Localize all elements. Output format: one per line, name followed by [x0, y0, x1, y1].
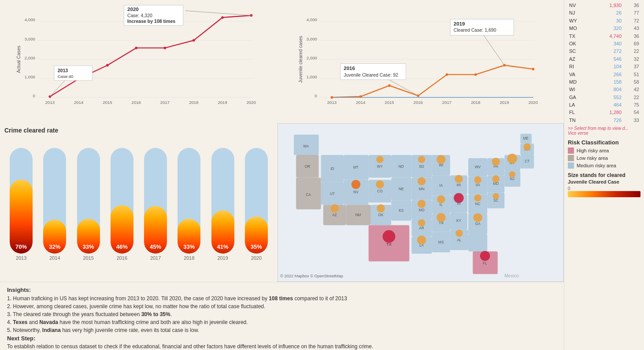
- svg-text:CT: CT: [525, 159, 529, 163]
- state-row-ga[interactable]: GA 552 22: [568, 94, 640, 101]
- svg-text:1,000: 1,000: [25, 74, 35, 79]
- thermo-pct-2017: 45%: [150, 243, 161, 250]
- state-row-tn[interactable]: TN 726 33: [568, 117, 640, 124]
- thermo-year-2017: 2017: [150, 255, 161, 261]
- svg-text:AR: AR: [419, 226, 424, 230]
- svg-point-101: [418, 200, 426, 208]
- svg-text:2020: 2020: [247, 100, 256, 105]
- state-name: NJ: [568, 9, 591, 17]
- legend-low-risk-label: Low risky area: [577, 155, 608, 161]
- state-val2: 51: [623, 71, 640, 78]
- insight-2: 2. However, among cleared cases, juvenil…: [7, 302, 557, 310]
- state-val2: 42: [623, 86, 640, 93]
- state-row-wi[interactable]: WI 804 42: [568, 86, 640, 93]
- svg-text:NE: NE: [399, 187, 404, 191]
- right-panel: NV 1,930 36 NJ 26 77 WY 30 72 MO 320 43 …: [564, 0, 644, 350]
- map-mexico-text: Mexico: [504, 273, 519, 278]
- svg-point-117: [455, 230, 463, 237]
- legend-high-risk-label: High risky area: [577, 148, 609, 153]
- state-row-nj[interactable]: NJ 26 77: [568, 9, 640, 17]
- svg-text:MO: MO: [418, 208, 424, 212]
- size-stands-title: Size stands for cleared: [568, 172, 640, 178]
- svg-point-114: [417, 236, 426, 245]
- state-val2: 69: [623, 40, 640, 48]
- thermo-year-2015: 2015: [83, 255, 93, 261]
- state-row-fl[interactable]: FL 1,280 54: [568, 109, 640, 116]
- state-val1: 1,280: [591, 109, 623, 116]
- svg-text:WY: WY: [377, 165, 383, 169]
- top-charts-row: Actual Cases 0 1,000 2,000 3,000 4,000: [0, 0, 564, 123]
- state-name: AZ: [568, 55, 591, 63]
- state-row-md[interactable]: MD 158 58: [568, 78, 640, 86]
- thermo-pct-2013: 70%: [15, 243, 27, 250]
- state-row-az[interactable]: AZ 546 32: [568, 55, 640, 63]
- thermo-pct-2020: 35%: [251, 243, 262, 250]
- svg-point-16: [221, 16, 224, 19]
- thermo-2018: 33% 2018: [178, 148, 200, 261]
- state-name: MD: [568, 78, 591, 86]
- svg-point-98: [437, 155, 446, 164]
- svg-text:IL: IL: [440, 203, 443, 207]
- svg-text:2013: 2013: [327, 100, 337, 105]
- state-row-va[interactable]: VA 266 51: [568, 71, 640, 78]
- svg-point-132: [507, 154, 517, 164]
- svg-text:Case: 4,320: Case: 4,320: [127, 13, 152, 18]
- thermo-body-2018: 33%: [178, 148, 200, 254]
- risk-classification-title: Risk Classification: [568, 139, 640, 146]
- next-step-text: To establish relation to census dataset …: [7, 343, 557, 350]
- thermo-body-2019: 41%: [211, 148, 234, 254]
- state-row-wy[interactable]: WY 30 72: [568, 17, 640, 25]
- svg-text:MS: MS: [438, 240, 444, 244]
- state-row-sc[interactable]: SC 272 22: [568, 48, 640, 55]
- svg-text:2014: 2014: [356, 100, 366, 105]
- state-row-nv[interactable]: NV 1,930 36: [568, 2, 640, 9]
- state-name: NV: [568, 2, 591, 9]
- thermo-body-2020: 35%: [245, 148, 268, 254]
- svg-text:2015: 2015: [385, 100, 394, 105]
- svg-point-130: [492, 175, 500, 182]
- state-row-ri[interactable]: RI 104 37: [568, 63, 640, 70]
- thermometer-section: Crime cleared rate 70% 2013: [0, 123, 278, 282]
- state-val1: 30: [591, 17, 623, 25]
- state-val1: 104: [591, 63, 623, 70]
- state-row-mo[interactable]: MO 320 43: [568, 25, 640, 32]
- state-val2: 72: [623, 17, 640, 25]
- svg-text:GA: GA: [475, 222, 481, 226]
- state-row-tx[interactable]: TX 4,740 36: [568, 33, 640, 40]
- crime-cleared-title: Crime cleared rate: [4, 127, 273, 134]
- gradient-bar: [568, 191, 640, 197]
- thermo-2013: 70% 2013: [10, 148, 33, 261]
- state-name: TN: [568, 117, 591, 124]
- state-val1: 26: [591, 9, 623, 17]
- insights-title: Insights:: [7, 287, 31, 293]
- thermo-body-2016: 46%: [111, 148, 133, 254]
- svg-text:4,000: 4,000: [25, 17, 35, 22]
- svg-point-47: [359, 95, 362, 98]
- risk-classification-section: Risk Classification High risky area Low …: [568, 139, 640, 169]
- thermo-2016: 46% 2016: [111, 148, 133, 261]
- svg-text:Juvenile cleared cases: Juvenile cleared cases: [298, 36, 303, 83]
- svg-text:2016: 2016: [414, 100, 423, 105]
- state-val1: 464: [591, 101, 623, 109]
- y-axis-label: Actual Cases: [16, 46, 21, 73]
- svg-point-50: [446, 73, 448, 76]
- thermo-2017: 45% 2017: [144, 148, 167, 261]
- svg-point-121: [474, 194, 481, 201]
- state-val2: 22: [623, 48, 640, 55]
- state-val2: 36: [623, 33, 640, 40]
- svg-text:4,000: 4,000: [307, 17, 317, 22]
- svg-text:2016: 2016: [344, 66, 355, 71]
- svg-point-51: [474, 73, 477, 76]
- svg-text:0: 0: [33, 93, 35, 98]
- svg-text:KY: KY: [456, 219, 461, 223]
- actual-cases-chart: Actual Cases 0 1,000 2,000 3,000 4,000: [0, 0, 282, 123]
- state-val2: 77: [623, 9, 640, 17]
- svg-text:2020: 2020: [127, 7, 139, 12]
- svg-point-15: [192, 39, 195, 42]
- svg-point-94: [377, 204, 385, 213]
- svg-point-137: [523, 143, 530, 150]
- state-row-la[interactable]: LA 464 75: [568, 101, 640, 109]
- state-val2: 75: [623, 101, 640, 109]
- state-row-ok[interactable]: OK 340 69: [568, 40, 640, 48]
- thermo-2019: 41% 2019: [211, 148, 234, 261]
